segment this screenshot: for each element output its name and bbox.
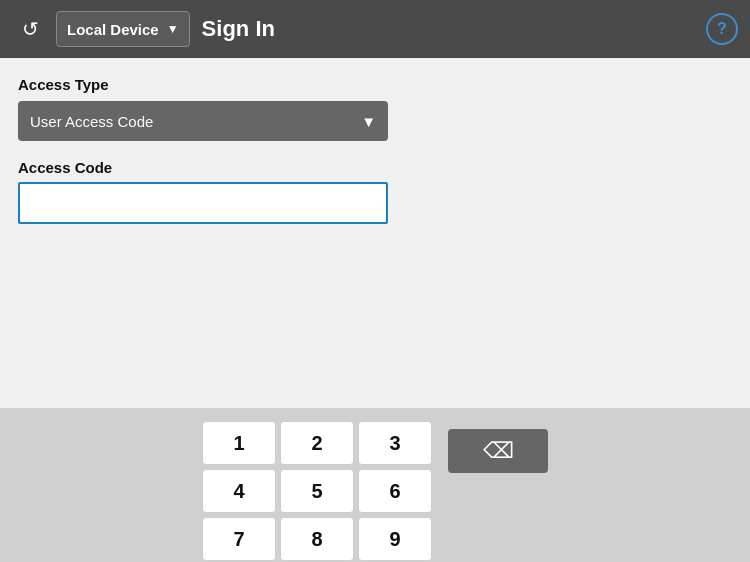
- back-button[interactable]: ↺: [12, 11, 48, 47]
- keypad-grid: 1 2 3 4 5 6 7 8 9 0: [202, 421, 432, 562]
- key-5-button[interactable]: 5: [280, 469, 354, 513]
- main-content: Access Type User Access Code ▼ Access Co…: [0, 58, 750, 408]
- access-type-value: User Access Code: [30, 113, 153, 130]
- key-4-button[interactable]: 4: [202, 469, 276, 513]
- back-icon: ↺: [22, 17, 39, 41]
- key-2-button[interactable]: 2: [280, 421, 354, 465]
- device-selector[interactable]: Local Device ▼: [56, 11, 190, 47]
- backspace-button[interactable]: ⌫: [448, 429, 548, 473]
- page-title: Sign In: [202, 16, 275, 42]
- key-3-button[interactable]: 3: [358, 421, 432, 465]
- key-7-button[interactable]: 7: [202, 517, 276, 561]
- key-1-button[interactable]: 1: [202, 421, 276, 465]
- keypad-actions: ⌫ Sign In: [448, 429, 548, 562]
- access-code-input[interactable]: [18, 182, 388, 224]
- key-6-button[interactable]: 6: [358, 469, 432, 513]
- access-code-label: Access Code: [18, 159, 732, 176]
- access-type-label: Access Type: [18, 76, 732, 93]
- header: ↺ Local Device ▼ Sign In ?: [0, 0, 750, 58]
- dropdown-chevron-icon: ▼: [361, 113, 376, 130]
- help-button[interactable]: ?: [706, 13, 738, 45]
- access-type-dropdown[interactable]: User Access Code ▼: [18, 101, 388, 141]
- key-9-button[interactable]: 9: [358, 517, 432, 561]
- backspace-icon: ⌫: [483, 438, 514, 464]
- key-8-button[interactable]: 8: [280, 517, 354, 561]
- device-label: Local Device: [67, 21, 159, 38]
- keypad-area: 1 2 3 4 5 6 7 8 9 0 ⌫ Sign In: [0, 408, 750, 562]
- help-icon: ?: [717, 20, 727, 38]
- keypad-wrapper: 1 2 3 4 5 6 7 8 9 0 ⌫ Sign In: [202, 421, 548, 562]
- chevron-down-icon: ▼: [167, 22, 179, 36]
